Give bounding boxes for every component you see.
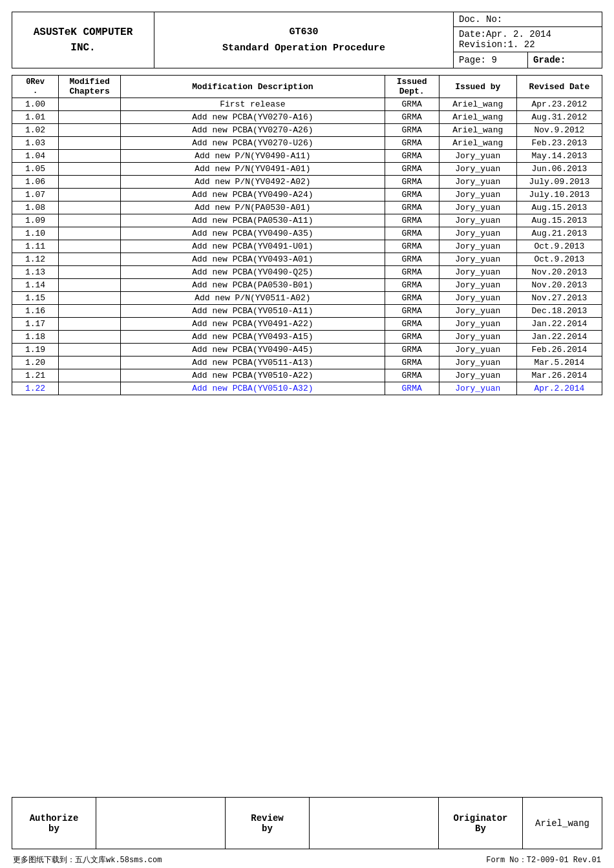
rev-cell: 1.06 (12, 176, 59, 189)
dept-cell: GRMA (385, 111, 439, 124)
issued-by-cell: Jory_yuan (439, 240, 516, 253)
revised-date-cell: Feb.23.2013 (516, 137, 602, 150)
modified-cell (59, 279, 121, 292)
issued-by-cell: Ariel_wang (439, 124, 516, 137)
title-line1: GT630 (289, 26, 318, 37)
table-row: 1.11Add new PCBA(YV0491-U01)GRMAJory_yua… (12, 240, 602, 253)
footer-section: Authorize by Review by Originator By Ari… (12, 797, 602, 849)
revised-date-cell: Oct.9.2013 (516, 253, 602, 266)
originator-label: Originator By (453, 813, 507, 834)
rev-cell: 1.16 (12, 305, 59, 318)
desc-cell: Add new P/N(YV0490-A11) (121, 150, 385, 163)
issued-by-cell: Jory_yuan (439, 176, 516, 189)
table-row: 1.13Add new PCBA(YV0490-Q25)GRMAJory_yua… (12, 266, 602, 279)
revision-value: 1. 22 (508, 39, 535, 50)
desc-cell: Add new PCBA(YV0491-U01) (121, 240, 385, 253)
col-header-desc: Modification Description (121, 76, 385, 98)
dept-cell: GRMA (385, 176, 439, 189)
authorize-label-cell: Authorize by (12, 798, 96, 849)
table-row: 1.12Add new PCBA(YV0493-A01)GRMAJory_yua… (12, 253, 602, 266)
col-header-issued-by: Issued by (439, 76, 516, 98)
dept-cell: GRMA (385, 214, 439, 227)
header-right-cell: Doc. No: Date:Apr. 2. 2014 Revision:1. 2… (454, 12, 602, 68)
dept-cell: GRMA (385, 163, 439, 176)
dept-cell: GRMA (385, 318, 439, 331)
desc-cell: Add new PCBA(YV0270-U26) (121, 137, 385, 150)
issued-by-cell: Ariel_wang (439, 111, 516, 124)
page-value: 9 (491, 55, 496, 65)
rev-cell: 1.15 (12, 292, 59, 305)
bottom-left: 更多图纸下载到：五八文库wk.58sms.com (13, 854, 162, 865)
table-row: 1.22Add new PCBA(YV0510-A32)GRMAJory_yua… (12, 382, 602, 395)
issued-by-cell: Jory_yuan (439, 266, 516, 279)
table-row: 1.19Add new PCBA(YV0490-A45)GRMAJory_yua… (12, 344, 602, 356)
rev-cell: 1.10 (12, 227, 59, 240)
dept-cell: GRMA (385, 98, 439, 111)
issued-by-cell: Jory_yuan (439, 150, 516, 163)
originator-value: Ariel_wang (535, 818, 589, 829)
rev-cell: 1.03 (12, 137, 59, 150)
dept-cell: GRMA (385, 202, 439, 214)
rev-cell: 1.19 (12, 344, 59, 356)
date-value: Apr. 2. 2014 (486, 29, 551, 39)
modified-cell (59, 344, 121, 356)
desc-cell: Add new PCBA(PA0530-A11) (121, 214, 385, 227)
authorize-value-cell (96, 798, 226, 849)
table-row: 1.17Add new PCBA(YV0491-A22)GRMAJory_yua… (12, 318, 602, 331)
revised-date-cell: Nov.20.2013 (516, 279, 602, 292)
desc-cell: Add new PCBA(YV0270-A16) (121, 111, 385, 124)
issued-by-cell: Jory_yuan (439, 356, 516, 369)
table-row: 1.14Add new PCBA(PA0530-B01)GRMAJory_yua… (12, 279, 602, 292)
issued-by-cell: Jory_yuan (439, 292, 516, 305)
modified-cell (59, 382, 121, 395)
modified-cell (59, 163, 121, 176)
table-row: 1.00First releaseGRMAAriel_wangApr.23.20… (12, 98, 602, 111)
desc-cell: Add new P/N(PA0530-A01) (121, 202, 385, 214)
table-row: 1.09Add new PCBA(PA0530-A11)GRMAJory_yua… (12, 214, 602, 227)
rev-cell: 1.12 (12, 253, 59, 266)
revision-table: 0Rev . ModifiedChapters Modification Des… (12, 75, 602, 395)
issued-by-cell: Ariel_wang (439, 137, 516, 150)
modified-cell (59, 369, 121, 382)
rev-cell: 1.13 (12, 266, 59, 279)
doc-no-label: Doc. No: (459, 14, 502, 25)
revised-date-cell: Aug.15.2013 (516, 214, 602, 227)
desc-cell: Add new PCBA(YV0490-A24) (121, 189, 385, 202)
issued-by-cell: Jory_yuan (439, 305, 516, 318)
rev-cell: 1.05 (12, 163, 59, 176)
rev-cell: 1.21 (12, 369, 59, 382)
revised-date-cell: Feb.26.2014 (516, 344, 602, 356)
modified-cell (59, 137, 121, 150)
bottom-bar: 更多图纸下载到：五八文库wk.58sms.com Form No：T2-009-… (12, 852, 602, 868)
dept-cell: GRMA (385, 382, 439, 395)
issued-by-cell: Ariel_wang (439, 98, 516, 111)
table-row: 1.16Add new PCBA(YV0510-A11)GRMAJory_yua… (12, 305, 602, 318)
page-label: Page: (459, 55, 486, 65)
modified-cell (59, 98, 121, 111)
issued-by-cell: Jory_yuan (439, 382, 516, 395)
footer-table: Authorize by Review by Originator By Ari… (12, 797, 602, 849)
revision-label: Revision: (459, 39, 508, 50)
rev-cell: 1.11 (12, 240, 59, 253)
desc-cell: Add new PCBA(YV0270-A26) (121, 124, 385, 137)
dept-cell: GRMA (385, 279, 439, 292)
issued-by-cell: Jory_yuan (439, 344, 516, 356)
authorize-label: Authorize by (30, 813, 79, 834)
table-row: 1.04Add new P/N(YV0490-A11)GRMAJory_yuan… (12, 150, 602, 163)
desc-cell: Add new PCBA(YV0510-A22) (121, 369, 385, 382)
company-name: ASUSTeK COMPUTER INC. (34, 26, 133, 54)
dept-cell: GRMA (385, 292, 439, 305)
modified-cell (59, 189, 121, 202)
rev-cell: 1.08 (12, 202, 59, 214)
modified-cell (59, 292, 121, 305)
rev-cell: 1.04 (12, 150, 59, 163)
table-row: 1.06Add new P/N(YV0492-A02)GRMAJory_yuan… (12, 176, 602, 189)
table-row: 1.08Add new P/N(PA0530-A01)GRMAJory_yuan… (12, 202, 602, 214)
rev-cell: 1.18 (12, 331, 59, 344)
table-row: 1.15Add new P/N(YV0511-A02)GRMAJory_yuan… (12, 292, 602, 305)
revised-date-cell: Jan.22.2014 (516, 331, 602, 344)
header-table: ASUSTeK COMPUTER INC. GT630 Standard Ope… (12, 12, 602, 68)
company-cell: ASUSTeK COMPUTER INC. (12, 12, 154, 68)
desc-cell: Add new PCBA(YV0490-A45) (121, 344, 385, 356)
revised-date-cell: Aug.31.2012 (516, 111, 602, 124)
